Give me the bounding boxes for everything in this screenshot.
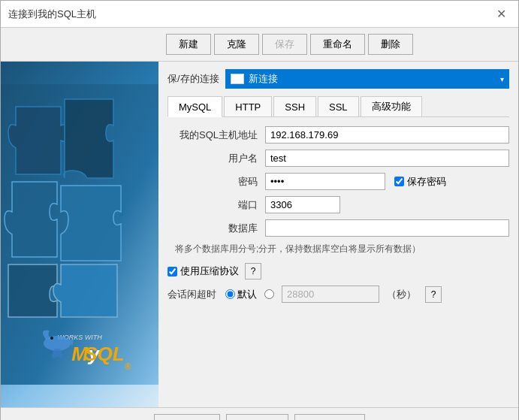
window-title: 连接到我的SQL主机 (8, 8, 96, 21)
svg-text:SQL: SQL (84, 343, 124, 365)
svg-text:®: ® (125, 361, 131, 372)
title-bar: 连接到我的SQL主机 ✕ (1, 1, 518, 28)
new-button[interactable]: 新建 (166, 34, 211, 55)
timeout-input[interactable] (282, 286, 379, 303)
svg-point-6 (50, 337, 53, 340)
clone-button[interactable]: 克隆 (214, 34, 259, 55)
timeout-default-radio[interactable] (225, 289, 235, 299)
toolbar: 新建 克隆 保存 重命名 删除 (1, 28, 518, 62)
host-label: 我的SQL主机地址 (167, 128, 265, 142)
tab-ssh[interactable]: SSH (273, 96, 316, 116)
connect-button[interactable]: 连接 (154, 414, 220, 420)
timeout-row: 会话闲超时 默认 （秒） ? (167, 286, 509, 303)
tab-http[interactable]: HTTP (224, 96, 272, 116)
sidebar: WORKS WITH M y SQL ® (1, 62, 158, 407)
connection-icon (231, 74, 244, 84)
database-row: 数据库 (167, 219, 509, 237)
port-input[interactable] (265, 196, 340, 213)
timeout-custom-radio[interactable] (264, 289, 274, 299)
tab-bar: MySQL HTTP SSH SSL 高级功能 (167, 96, 509, 117)
right-panel: 保/存的连接 新连接 ▾ MySQL HTTP SSH SSL 高级功能 我的S… (158, 62, 518, 407)
username-row: 用户名 (167, 150, 509, 167)
saved-connection-select[interactable]: 新连接 ▾ (225, 69, 509, 89)
password-row: 密码 保存密码 (167, 173, 509, 190)
compress-checkbox[interactable] (167, 267, 177, 276)
database-note: 将多个数据库用分号;分开，保持数据库空白将显示所有数据） (167, 243, 509, 255)
timeout-custom-option[interactable] (264, 289, 274, 299)
tab-mysql[interactable]: MySQL (167, 96, 222, 117)
save-password-label: 保存密码 (407, 175, 446, 189)
password-label: 密码 (167, 175, 265, 189)
compress-check: 使用压缩协议 (167, 264, 239, 278)
save-button[interactable]: 保存 (262, 34, 307, 55)
username-label: 用户名 (167, 152, 265, 165)
timeout-default-option[interactable]: 默认 (225, 288, 257, 301)
saved-connection-label: 保/存的连接 (167, 72, 219, 86)
password-input[interactable] (265, 173, 385, 190)
tab-advanced[interactable]: 高级功能 (361, 96, 422, 116)
bottom-bar: 连接 取消(L) 测试连接 (1, 407, 518, 420)
timeout-label: 会话闲超时 (167, 288, 216, 301)
sidebar-graphic: WORKS WITH M y SQL ® (1, 62, 158, 407)
save-password-check: 保存密码 (394, 175, 446, 189)
username-input[interactable] (265, 150, 509, 167)
rename-button[interactable]: 重命名 (310, 34, 365, 55)
host-row: 我的SQL主机地址 (167, 126, 509, 144)
delete-button[interactable]: 删除 (368, 34, 413, 55)
database-label: 数据库 (167, 222, 265, 235)
save-password-checkbox[interactable] (394, 177, 404, 186)
port-row: 端口 (167, 196, 509, 213)
compress-row: 使用压缩协议 ? (167, 263, 509, 279)
database-input[interactable] (265, 219, 509, 237)
saved-connection-row: 保/存的连接 新连接 ▾ (167, 69, 509, 89)
cancel-button[interactable]: 取消(L) (226, 414, 289, 420)
timeout-default-label: 默认 (237, 288, 257, 301)
main-content: WORKS WITH M y SQL ® 保/存的连接 新连接 (1, 62, 518, 407)
dropdown-arrow-icon: ▾ (500, 75, 504, 83)
close-button[interactable]: ✕ (492, 5, 511, 23)
port-label: 端口 (167, 198, 265, 212)
connection-value: 新连接 (249, 72, 278, 86)
tab-ssl[interactable]: SSL (318, 96, 359, 116)
main-window: 连接到我的SQL主机 ✕ 新建 克隆 保存 重命名 删除 (0, 0, 519, 420)
test-connection-button[interactable]: 测试连接 (294, 414, 365, 420)
timeout-help-button[interactable]: ? (425, 286, 442, 303)
host-input[interactable] (265, 126, 509, 144)
compress-help-button[interactable]: ? (245, 263, 261, 279)
timeout-unit: （秒） (387, 288, 416, 301)
compress-label: 使用压缩协议 (180, 264, 239, 278)
timeout-radio-group: 默认 （秒） (225, 286, 416, 303)
